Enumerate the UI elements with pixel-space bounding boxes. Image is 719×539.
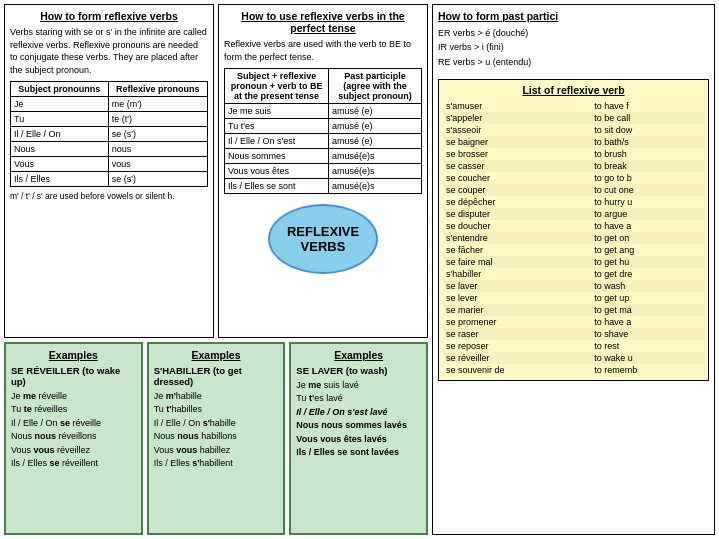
table-row: Tu t'es amusé (e) — [225, 119, 422, 134]
verb-list-table: s'amuserto have f s'appelerto be call s'… — [443, 100, 704, 376]
col-header-reflexive: Reflexive pronouns — [108, 82, 207, 97]
list-item: se baignerto bath/s — [443, 136, 704, 148]
perfect-tense-section: How to use reflexive verbs in the perfec… — [218, 4, 428, 338]
table-row: Tu te (t') — [11, 112, 208, 127]
list-item: se disputerto argue — [443, 208, 704, 220]
example-line: Vous vous réveillez — [11, 444, 136, 458]
example-line: Nous nous habillons — [154, 430, 279, 444]
list-item: s'entendreto get on — [443, 232, 704, 244]
reflexive-verbs-section: How to form reflexive verbs Verbs starin… — [4, 4, 214, 338]
example-line: Tu t'es lavé — [296, 392, 421, 406]
past-participle-title: How to form past partici — [438, 10, 709, 22]
table-row: Je me suis amusé (e) — [225, 104, 422, 119]
example-line: Il / Elle / On s'est lavé — [296, 406, 421, 420]
example-line: Nous nous sommes lavés — [296, 419, 421, 433]
table-row: Vous vous — [11, 157, 208, 172]
example-line: Tu t'habilles — [154, 403, 279, 417]
table-row: Ils / Elles se sont amusé(e)s — [225, 179, 422, 194]
example-line: Il / Elle / On s'habille — [154, 417, 279, 431]
oval-line1: REFLEXIVE — [287, 224, 359, 240]
list-item: se réveillerto wake u — [443, 352, 704, 364]
reflexive-verbs-intro: Verbs staring with se or s' in the infin… — [10, 26, 208, 76]
past-line-er: ER verbs > é (douché) — [438, 26, 709, 40]
list-item: se casserto break — [443, 160, 704, 172]
examples-container: Examples SE RÉVEILLER (to wake up) Je me… — [4, 342, 428, 535]
table-row: Ils / Elles se (s') — [11, 172, 208, 187]
list-item: s'appelerto be call — [443, 112, 704, 124]
table-row: Vous vous êtes amusé(e)s — [225, 164, 422, 179]
list-item: se couperto cut one — [443, 184, 704, 196]
past-participle-section: How to form past partici ER verbs > é (d… — [438, 10, 709, 69]
example-verb-3: SE LAVER (to wash) — [296, 365, 421, 376]
table-row: Nous sommes amusé(e)s — [225, 149, 422, 164]
main-layout: How to form reflexive verbs Verbs starin… — [0, 0, 719, 539]
example-line: Je m'habille — [154, 390, 279, 404]
reflexive-verbs-title: How to form reflexive verbs — [10, 10, 208, 22]
table-row: Je me (m') — [11, 97, 208, 112]
table-row: Il / Elle / On s'est amusé (e) — [225, 134, 422, 149]
list-item: se reposerto rest — [443, 340, 704, 352]
example-line: Vous vous habillez — [154, 444, 279, 458]
list-item: s'amuserto have f — [443, 100, 704, 112]
reflexive-pronouns-table: Subject pronounns Reflexive pronouns Je … — [10, 81, 208, 187]
list-item: se souvenir deto rememb — [443, 364, 704, 376]
example-line: Vous vous êtes lavés — [296, 433, 421, 447]
example-title-2: Examples — [154, 349, 279, 361]
example-box-3: Examples SE LAVER (to wash) Je me suis l… — [289, 342, 428, 535]
reflexive-verbs-list: List of reflexive verb s'amuserto have f… — [438, 79, 709, 381]
example-line: Je me réveille — [11, 390, 136, 404]
list-item: se raserto shave — [443, 328, 704, 340]
col-header-subject: Subject pronounns — [11, 82, 109, 97]
example-line: Nous nous réveillons — [11, 430, 136, 444]
table-row: Il / Elle / On se (s') — [11, 127, 208, 142]
example-title-1: Examples — [11, 349, 136, 361]
example-line: Tu te réveilles — [11, 403, 136, 417]
perfect-col2: Past participle (agree with the subject … — [329, 69, 422, 104]
list-item: se leverto get up — [443, 292, 704, 304]
list-item: s'habillerto get dre — [443, 268, 704, 280]
perfect-tense-title: How to use reflexive verbs in the perfec… — [224, 10, 422, 34]
perfect-col1: Subject + reflexive pronoun + verb to BE… — [225, 69, 329, 104]
past-line-re: RE verbs > u (entendu) — [438, 55, 709, 69]
list-item: se coucherto go to b — [443, 172, 704, 184]
list-item: se marierto get ma — [443, 304, 704, 316]
list-title: List of reflexive verb — [443, 84, 704, 96]
example-line: Ils / Elles se sont lavées — [296, 446, 421, 460]
past-line-ir: IR verbs > i (fini) — [438, 40, 709, 54]
list-item: se doucherto have a — [443, 220, 704, 232]
example-box-1: Examples SE RÉVEILLER (to wake up) Je me… — [4, 342, 143, 535]
list-item: se promenerto have a — [443, 316, 704, 328]
example-line: Je me suis lavé — [296, 379, 421, 393]
list-item: se laverto wash — [443, 280, 704, 292]
list-item: se fâcherto get ang — [443, 244, 704, 256]
list-item: s'asseoirto sit dow — [443, 124, 704, 136]
list-item: se faire malto get hu — [443, 256, 704, 268]
example-box-2: Examples S'HABILLER (to get dressed) Je … — [147, 342, 286, 535]
example-line: Ils / Elles s'habillent — [154, 457, 279, 471]
example-title-3: Examples — [296, 349, 421, 361]
list-item: se dépêcherto hurry u — [443, 196, 704, 208]
oval-container: REFLEXIVE VERBS — [224, 204, 422, 274]
example-verb-1: SE RÉVEILLER (to wake up) — [11, 365, 136, 387]
perfect-tense-intro: Reflexive verbs are used with the verb t… — [224, 38, 422, 63]
perfect-tense-table: Subject + reflexive pronoun + verb to BE… — [224, 68, 422, 194]
example-line: Il / Elle / On se réveille — [11, 417, 136, 431]
vowel-note: m' / t' / s' are used before vowels or s… — [10, 191, 208, 203]
reflexive-verbs-oval: REFLEXIVE VERBS — [268, 204, 378, 274]
example-line: Ils / Elles se réveillent — [11, 457, 136, 471]
top-right-section: How to form past partici ER verbs > é (d… — [432, 4, 715, 535]
table-row: Nous nous — [11, 142, 208, 157]
example-verb-2: S'HABILLER (to get dressed) — [154, 365, 279, 387]
list-item: se brosserto brush — [443, 148, 704, 160]
oval-line2: VERBS — [301, 239, 346, 255]
